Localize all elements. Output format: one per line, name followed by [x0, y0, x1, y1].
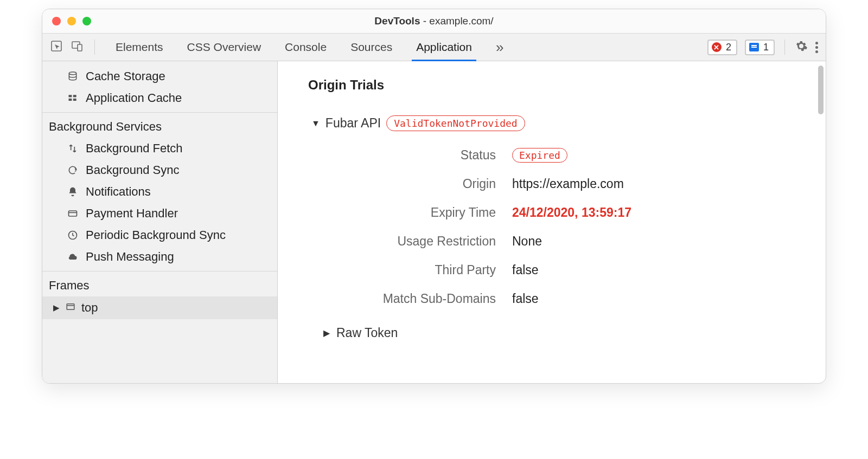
- svg-point-3: [69, 72, 76, 75]
- panel-title: Origin Trials: [308, 77, 795, 93]
- window-title: DevTools - example.com/: [42, 15, 826, 27]
- sidebar: Cache Storage Application Cache Backgrou…: [42, 61, 278, 383]
- sidebar-label: Push Messaging: [86, 250, 174, 264]
- tab-sources[interactable]: Sources: [350, 41, 392, 54]
- card-icon: [66, 208, 79, 219]
- sidebar-item-application-cache[interactable]: Application Cache: [42, 87, 277, 109]
- trial-name: Fubar API: [326, 116, 381, 131]
- row-value-status: Expired: [512, 147, 795, 163]
- row-label-third-party: Third Party: [333, 263, 496, 277]
- collapse-arrow-icon[interactable]: ▼: [311, 119, 320, 128]
- toolbar-left: [50, 40, 98, 55]
- updown-arrows-icon: [66, 143, 79, 154]
- toolbar-divider: [784, 40, 785, 55]
- messages-counter[interactable]: 1: [745, 40, 775, 55]
- title-sep: -: [423, 15, 430, 27]
- body: Cache Storage Application Cache Backgrou…: [42, 61, 826, 383]
- scrollbar[interactable]: [818, 66, 824, 114]
- database-icon: [66, 71, 79, 82]
- tab-elements[interactable]: Elements: [116, 41, 163, 54]
- tabs: Elements CSS Overview Console Sources Ap…: [108, 39, 503, 56]
- tab-application[interactable]: Application: [416, 41, 472, 54]
- row-label-status: Status: [333, 148, 496, 163]
- toolbar: Elements CSS Overview Console Sources Ap…: [42, 33, 826, 61]
- sidebar-item-background-sync[interactable]: Background Sync: [42, 159, 277, 181]
- more-menu-icon[interactable]: [815, 42, 818, 53]
- row-label-expiry: Expiry Time: [333, 205, 496, 220]
- device-toolbar-icon[interactable]: [71, 40, 84, 55]
- errors-count: 2: [726, 42, 731, 53]
- svg-rect-4: [69, 95, 72, 97]
- sidebar-label: Application Cache: [86, 91, 182, 105]
- sidebar-divider: [42, 271, 277, 271]
- row-value-subdomains: false: [512, 292, 795, 306]
- sidebar-heading-frames: Frames: [42, 275, 277, 296]
- tab-console[interactable]: Console: [285, 41, 327, 54]
- row-value-usage: None: [512, 234, 795, 249]
- svg-rect-7: [73, 99, 76, 101]
- row-value-third-party: false: [512, 263, 795, 277]
- sidebar-label: Background Sync: [86, 163, 179, 177]
- svg-rect-6: [73, 95, 76, 97]
- grid-icon: [66, 93, 79, 104]
- sidebar-divider: [42, 112, 277, 113]
- window: DevTools - example.com/ Elements CSS Ove…: [42, 9, 826, 384]
- row-label-usage: Usage Restriction: [333, 234, 496, 249]
- close-window-button[interactable]: [52, 17, 61, 25]
- frame-name: top: [81, 301, 98, 315]
- titlebar: DevTools - example.com/: [42, 9, 826, 33]
- messages-count: 1: [763, 42, 769, 53]
- svg-rect-5: [69, 99, 72, 101]
- svg-rect-10: [67, 304, 74, 310]
- sidebar-label: Notifications: [86, 185, 151, 199]
- maximize-window-button[interactable]: [82, 17, 91, 25]
- toolbar-divider: [94, 40, 95, 55]
- sidebar-label: Background Fetch: [86, 141, 183, 156]
- trial-header[interactable]: ▼ Fubar API ValidTokenNotProvided: [311, 115, 795, 131]
- row-label-origin: Origin: [333, 177, 496, 191]
- error-icon: ✕: [712, 42, 722, 52]
- row-value-expiry: 24/12/2020, 13:59:17: [512, 205, 795, 220]
- window-controls: [42, 17, 91, 25]
- expand-arrow-icon[interactable]: ▶: [323, 328, 330, 338]
- raw-token-label: Raw Token: [336, 326, 398, 340]
- title-app: DevTools: [374, 15, 420, 27]
- sidebar-item-periodic-background-sync[interactable]: Periodic Background Sync: [42, 224, 277, 246]
- sidebar-label: Payment Handler: [86, 206, 178, 221]
- sidebar-item-push-messaging[interactable]: Push Messaging: [42, 246, 277, 268]
- minimize-window-button[interactable]: [67, 17, 76, 25]
- row-label-subdomains: Match Sub-Domains: [333, 292, 496, 306]
- frame-icon: [65, 301, 76, 315]
- sidebar-item-payment-handler[interactable]: Payment Handler: [42, 203, 277, 224]
- clock-icon: [66, 230, 79, 241]
- trial-details: Status Expired Origin https://example.co…: [333, 147, 795, 306]
- sidebar-label: Cache Storage: [86, 69, 165, 83]
- raw-token-row[interactable]: ▶ Raw Token: [323, 326, 795, 340]
- toolbar-right: ✕ 2 1: [707, 40, 818, 55]
- inspect-icon[interactable]: [50, 40, 63, 55]
- sync-icon: [66, 165, 79, 176]
- main-panel: Origin Trials ▼ Fubar API ValidTokenNotP…: [278, 61, 826, 383]
- sidebar-label: Periodic Background Sync: [86, 228, 226, 242]
- tabs-overflow-icon[interactable]: »: [496, 39, 503, 56]
- row-value-origin: https://example.com: [512, 177, 795, 191]
- trial-token-status-badge: ValidTokenNotProvided: [386, 115, 525, 131]
- status-badge: Expired: [512, 148, 567, 163]
- sidebar-item-background-fetch[interactable]: Background Fetch: [42, 138, 277, 159]
- sidebar-item-notifications[interactable]: Notifications: [42, 181, 277, 203]
- errors-counter[interactable]: ✕ 2: [707, 40, 737, 55]
- title-page: example.com/: [429, 15, 493, 27]
- message-icon: [749, 43, 759, 51]
- svg-rect-2: [78, 44, 82, 51]
- bell-icon: [66, 186, 79, 197]
- settings-icon[interactable]: [795, 40, 808, 55]
- sidebar-heading-background-services: Background Services: [42, 116, 277, 138]
- cloud-icon: [66, 251, 79, 262]
- sidebar-item-frame-top[interactable]: ▶ top: [42, 296, 277, 319]
- expand-arrow-icon[interactable]: ▶: [53, 303, 60, 313]
- svg-rect-8: [69, 211, 77, 216]
- tab-css-overview[interactable]: CSS Overview: [187, 41, 261, 54]
- sidebar-item-cache-storage[interactable]: Cache Storage: [42, 66, 277, 87]
